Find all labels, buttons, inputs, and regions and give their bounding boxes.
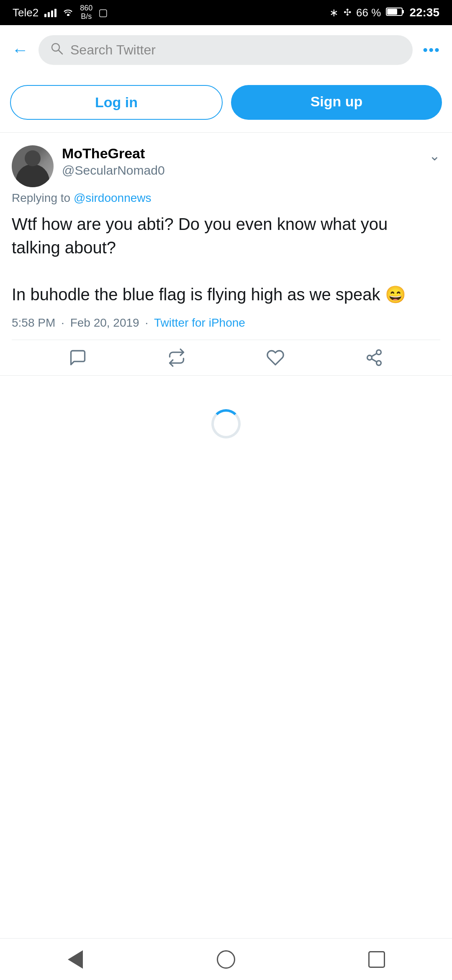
username: @SecularNomad0: [62, 163, 165, 178]
avatar: [12, 145, 54, 187]
nav-recent-button[interactable]: [352, 945, 402, 974]
svg-rect-2: [387, 9, 397, 15]
svg-line-9: [372, 353, 377, 356]
svg-line-8: [372, 359, 377, 362]
nav-back-icon: [68, 950, 83, 969]
nav-home-button[interactable]: [201, 945, 251, 974]
bluetooth-icon: ∗: [329, 6, 339, 19]
chevron-down-icon[interactable]: ⌄: [429, 148, 440, 164]
search-icon: [50, 42, 64, 58]
svg-line-4: [59, 50, 62, 54]
battery-label: 66 %: [356, 6, 381, 19]
instagram-icon: ▢: [98, 7, 108, 18]
tweet-user-info: MoTheGreat @SecularNomad0: [12, 145, 165, 187]
speed-text: 860B/s: [80, 4, 92, 21]
search-bar[interactable]: Search Twitter: [39, 35, 413, 65]
battery-icon: [386, 6, 404, 19]
replying-to: Replying to @sirdoonnews: [12, 191, 440, 205]
bottom-nav: [0, 938, 452, 980]
reply-button[interactable]: [69, 348, 87, 367]
signal-bars: [44, 8, 56, 17]
more-button[interactable]: •••: [423, 42, 440, 58]
tweet-meta: 5:58 PM · Feb 20, 2019 · Twitter for iPh…: [12, 316, 440, 330]
svg-rect-1: [402, 10, 404, 13]
share-button[interactable]: [365, 348, 383, 367]
tweet-body: Wtf how are you abti? Do you even know w…: [12, 212, 440, 306]
status-bar: Tele2 860B/s ▢ ∗ ✣ 66 % 22:35: [0, 0, 452, 25]
carrier-label: Tele2: [13, 6, 39, 19]
status-right: ∗ ✣ 66 % 22:35: [329, 6, 439, 19]
nav-home-icon: [217, 950, 235, 969]
nav-back-button[interactable]: [50, 945, 100, 974]
tweet-date: Feb 20, 2019: [70, 316, 139, 329]
signup-button[interactable]: Sign up: [231, 85, 442, 120]
auth-buttons: Log in Sign up: [0, 75, 452, 133]
like-button[interactable]: [266, 348, 285, 367]
action-bar: [12, 340, 440, 375]
login-button[interactable]: Log in: [10, 85, 223, 120]
retweet-button[interactable]: [167, 348, 186, 367]
display-name: MoTheGreat: [62, 145, 165, 162]
user-meta: MoTheGreat @SecularNomad0: [62, 145, 165, 178]
loading-spinner: [211, 409, 241, 438]
reply-to-link[interactable]: @sirdoonnews: [74, 191, 152, 204]
tweet-time: 5:58 PM: [12, 316, 55, 329]
back-button[interactable]: ←: [12, 41, 28, 59]
status-left: Tele2 860B/s ▢: [13, 4, 108, 21]
search-input[interactable]: Search Twitter: [70, 42, 156, 58]
time-label: 22:35: [409, 6, 439, 19]
tweet-source-link[interactable]: Twitter for iPhone: [154, 316, 245, 329]
vibrate-icon: ✣: [344, 7, 351, 18]
header: ← Search Twitter •••: [0, 25, 452, 75]
wifi-icon: [62, 7, 74, 18]
nav-recent-icon: [368, 951, 385, 968]
tweet-header: MoTheGreat @SecularNomad0 ⌄: [12, 145, 440, 187]
tweet-card: MoTheGreat @SecularNomad0 ⌄ Replying to …: [0, 133, 452, 376]
loading-area: [0, 376, 452, 472]
